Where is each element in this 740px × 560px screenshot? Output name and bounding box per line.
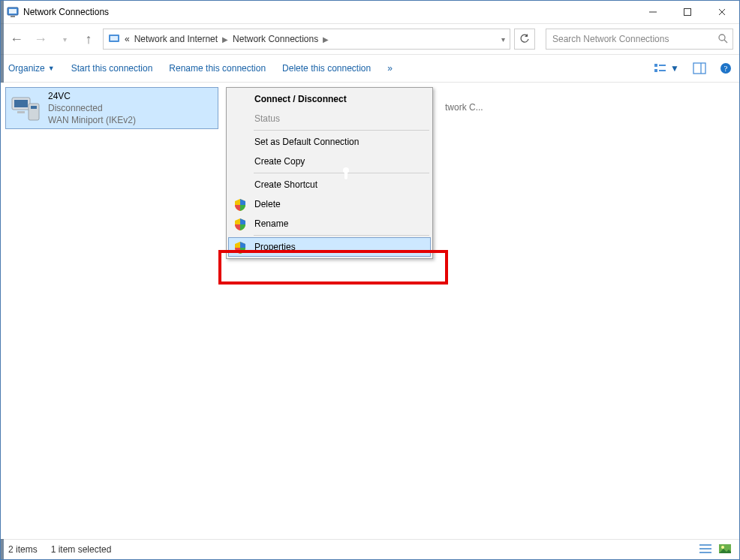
- search-icon[interactable]: [717, 33, 728, 46]
- svg-rect-23: [31, 106, 37, 109]
- connection-device: WAN Miniport (IKEv2): [48, 114, 136, 126]
- uac-shield-icon: [233, 218, 247, 231]
- delete-connection-button[interactable]: Delete this connection: [282, 63, 371, 74]
- svg-rect-12: [654, 69, 657, 72]
- context-menu: Connect / Disconnect Status Set as Defau…: [226, 87, 433, 259]
- ctx-properties[interactable]: Properties: [228, 237, 431, 257]
- close-button[interactable]: [705, 1, 739, 23]
- uac-shield-icon: [233, 198, 247, 212]
- start-connection-button[interactable]: Start this connection: [71, 63, 153, 74]
- ctx-delete[interactable]: Delete: [228, 194, 431, 214]
- connection-status: Disconnected: [48, 102, 136, 114]
- recent-locations-dropdown[interactable]: ▾: [55, 29, 74, 49]
- svg-rect-8: [110, 36, 118, 41]
- chevron-down-icon: ▼: [670, 63, 679, 74]
- truncated-connection-text: twork C...: [445, 102, 483, 113]
- search-box[interactable]: [546, 29, 733, 50]
- up-button[interactable]: ↑: [79, 29, 98, 49]
- connection-item-24vc[interactable]: 24VC Disconnected WAN Miniport (IKEv2): [5, 87, 218, 129]
- large-icons-view-button[interactable]: [718, 543, 732, 556]
- refresh-button[interactable]: [514, 29, 535, 50]
- change-view-button[interactable]: ▼: [654, 62, 679, 74]
- control-panel-icon: [108, 32, 120, 47]
- breadcrumb-level-1[interactable]: Network and Internet: [134, 34, 218, 44]
- help-button[interactable]: ?: [720, 62, 732, 74]
- menu-separator: [254, 130, 429, 131]
- vpn-connection-icon: [11, 93, 42, 123]
- status-selection-count: 1 item selected: [51, 544, 112, 555]
- forward-button[interactable]: →: [31, 29, 50, 49]
- svg-point-9: [719, 35, 725, 41]
- ctx-connect-disconnect[interactable]: Connect / Disconnect: [228, 89, 431, 109]
- breadcrumb-bar[interactable]: « Network and Internet ▶ Network Connect…: [103, 29, 510, 50]
- uac-shield-icon: [233, 241, 247, 254]
- rename-connection-button[interactable]: Rename this connection: [169, 63, 266, 74]
- svg-rect-21: [17, 111, 25, 113]
- breadcrumb-prefix: «: [125, 34, 130, 44]
- ctx-set-default[interactable]: Set as Default Connection: [228, 132, 431, 152]
- maximize-button[interactable]: [670, 1, 705, 23]
- menu-separator: [254, 173, 429, 173]
- back-button[interactable]: ←: [7, 29, 26, 49]
- connection-text: 24VC Disconnected WAN Miniport (IKEv2): [48, 90, 136, 127]
- preview-pane-button[interactable]: [693, 62, 706, 74]
- svg-rect-2: [11, 16, 15, 17]
- title-bar: Network Connections: [1, 1, 739, 24]
- network-connections-icon: [7, 6, 19, 18]
- toolbar-overflow[interactable]: »: [387, 63, 393, 74]
- chevron-down-icon: ▼: [48, 65, 55, 72]
- svg-rect-1: [9, 9, 17, 14]
- status-item-count: 2 items: [8, 544, 38, 555]
- svg-text:?: ?: [724, 64, 728, 73]
- ctx-create-copy[interactable]: Create Copy: [228, 152, 431, 171]
- breadcrumb-level-2[interactable]: Network Connections: [233, 34, 318, 44]
- ctx-status[interactable]: Status: [228, 109, 431, 128]
- window-title: Network Connections: [23, 7, 109, 17]
- menu-separator: [254, 235, 429, 236]
- address-dropdown[interactable]: ▾: [501, 35, 505, 44]
- organize-menu[interactable]: Organize▼: [8, 63, 55, 74]
- chevron-right-icon[interactable]: ▶: [323, 35, 329, 44]
- details-view-button[interactable]: [699, 543, 712, 556]
- search-input[interactable]: [551, 33, 717, 45]
- svg-rect-20: [14, 100, 28, 107]
- ctx-rename[interactable]: Rename: [228, 214, 431, 233]
- svg-point-28: [721, 546, 724, 549]
- svg-line-10: [724, 40, 727, 43]
- status-bar: 2 items 1 item selected: [1, 539, 739, 559]
- chevron-right-icon[interactable]: ▶: [222, 35, 228, 44]
- svg-rect-4: [684, 9, 691, 16]
- ctx-create-shortcut[interactable]: Create Shortcut: [228, 175, 431, 194]
- svg-rect-11: [654, 64, 657, 67]
- minimize-button[interactable]: [636, 1, 670, 23]
- address-bar: ← → ▾ ↑ « Network and Internet ▶ Network…: [1, 24, 739, 55]
- connection-name: 24VC: [48, 90, 136, 102]
- window-root: Network Connections ← → ▾ ↑ « Network an…: [0, 0, 740, 560]
- command-bar: Organize▼ Start this connection Rename t…: [1, 55, 739, 83]
- content-area[interactable]: 24VC Disconnected WAN Miniport (IKEv2) t…: [1, 83, 739, 539]
- svg-rect-15: [693, 63, 705, 74]
